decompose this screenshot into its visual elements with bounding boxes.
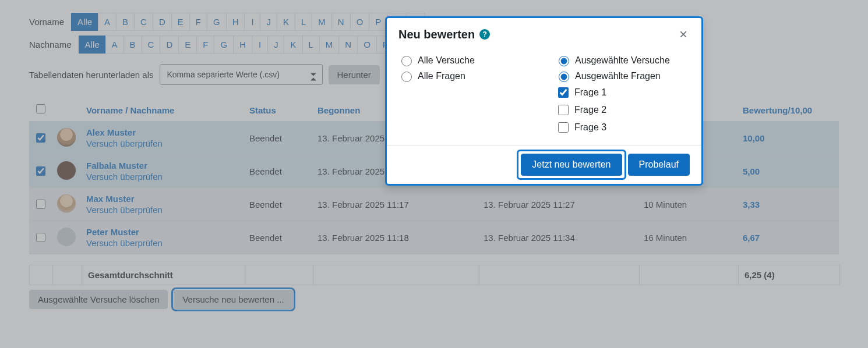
radio-all-attempts[interactable]: Alle Versuche [398,54,532,66]
radio-selected-questions[interactable]: Ausgewählte Fragen [556,70,690,82]
radio-selected-attempts[interactable]: Ausgewählte Versuche [556,54,690,66]
regrade-modal: Neu bewerten ? × Alle Versuche Alle Frag… [385,16,703,186]
close-icon[interactable]: × [677,27,690,41]
regrade-now-button[interactable]: Jetzt neu bewerten [521,154,622,176]
dry-run-button[interactable]: Probelauf [628,154,690,176]
question-checkbox-2[interactable]: Frage 2 [556,103,690,117]
modal-title: Neu bewerten [398,28,475,41]
radio-all-questions[interactable]: Alle Fragen [398,70,532,82]
help-icon[interactable]: ? [479,29,490,40]
question-checkbox-1[interactable]: Frage 1 [556,86,690,100]
question-checkbox-3[interactable]: Frage 3 [556,120,690,134]
